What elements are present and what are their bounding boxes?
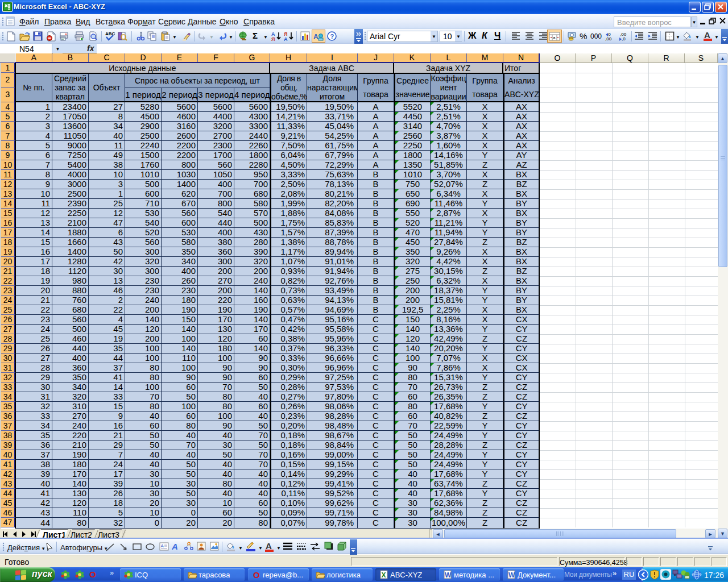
svg-text:А: А <box>172 542 178 551</box>
svg-text:А: А <box>161 543 164 548</box>
svg-text:a: a <box>553 35 556 40</box>
svg-text:X: X <box>382 571 386 579</box>
svg-text:ABC: ABC <box>105 31 115 36</box>
svg-text:O: O <box>253 570 260 579</box>
svg-text:,0: ,0 <box>622 36 626 41</box>
svg-text:,00: ,00 <box>605 36 612 41</box>
svg-text:W: W <box>445 571 452 579</box>
svg-text:Я: Я <box>271 36 275 41</box>
svg-text:W: W <box>508 571 515 579</box>
svg-text:А: А <box>284 36 288 41</box>
svg-text:A: A <box>313 33 318 41</box>
svg-text:O: O <box>89 569 96 579</box>
svg-text:?: ? <box>330 33 334 40</box>
